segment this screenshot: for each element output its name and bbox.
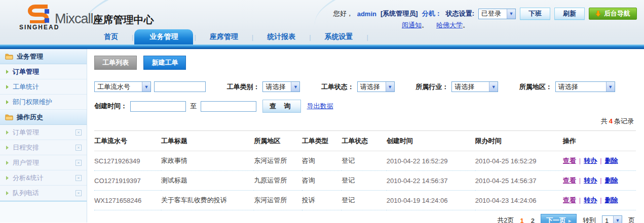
- status-select[interactable]: 已登录 ▼: [478, 9, 516, 19]
- status-select-value: 已登录: [479, 9, 507, 18]
- created-from-input[interactable]: [130, 101, 186, 112]
- delete-link[interactable]: 删除: [605, 196, 618, 204]
- table-header-cell: 工单状态: [342, 131, 387, 151]
- created-time-label: 创建时间：: [94, 102, 127, 111]
- cell-worksheet-id: WX1271658246: [94, 191, 161, 210]
- user-role: [系统管理员]: [381, 9, 418, 18]
- action-separator: |: [576, 176, 584, 184]
- goto-label: 转到: [583, 216, 596, 223]
- view-link[interactable]: 查看: [563, 157, 576, 164]
- cell-created-time: 2010-04-19 14:24:06: [387, 191, 475, 210]
- school-punct: 。: [463, 21, 469, 29]
- goto-page-select[interactable]: 1 ▼: [602, 215, 622, 223]
- next-page-button[interactable]: 下一页 ▸: [541, 214, 577, 223]
- sidebar-item[interactable]: 订单管理: [0, 64, 87, 79]
- page-title: Mixcall座席管理中心: [55, 11, 154, 27]
- chevron-down-icon: ▼: [142, 82, 150, 92]
- down-arrow-icon: [595, 11, 601, 17]
- type-filter-label: 工单类别：: [226, 82, 259, 92]
- transfer-link[interactable]: 转办: [584, 157, 597, 164]
- backend-nav-button[interactable]: 后台导航: [589, 8, 637, 20]
- folder-icon: [5, 114, 13, 120]
- nav-tabs: 首页|业务管理|座席管理|统计报表|系统设置|: [90, 30, 644, 44]
- cell-actions: 查看|转办|删除: [563, 191, 636, 210]
- close-icon[interactable]: ×: [75, 129, 82, 136]
- view-link[interactable]: 查看: [563, 196, 576, 204]
- sidebar-item[interactable]: 分析&统计×: [0, 170, 87, 186]
- table-header-cell: 限办时间: [475, 131, 563, 151]
- cell-worksheet-id: CO1271919397: [94, 171, 161, 191]
- school-link[interactable]: 哈佛大学: [436, 21, 463, 29]
- nav-tab[interactable]: 系统设置: [311, 30, 367, 44]
- close-icon[interactable]: ×: [75, 190, 82, 196]
- cell-worksheet-id: SC1271926349: [94, 151, 161, 171]
- status-filter-value: 请选择: [358, 82, 386, 92]
- chevron-down-icon: ▼: [489, 82, 498, 92]
- sidebar-item[interactable]: 日程安排×: [0, 140, 87, 155]
- cell-type: 咨询: [302, 171, 342, 191]
- sidebar: 业务管理订单管理工单统计部门权限维护操作历史订单管理×日程安排×用户管理×分析&…: [0, 49, 87, 222]
- notice-link[interactable]: 阅通知: [402, 21, 422, 29]
- cell-region: 东河运管所: [254, 151, 302, 171]
- sidebar-item[interactable]: 工单统计: [0, 79, 87, 95]
- status-filter-select[interactable]: 请选择 ▼: [357, 81, 395, 92]
- sidebar-item[interactable]: 部门权限维护: [0, 95, 87, 110]
- close-icon[interactable]: ×: [75, 145, 82, 151]
- app-header: SINGHEAD Mixcall座席管理中心 您好， admin [系统管理员]…: [0, 0, 644, 30]
- refresh-button[interactable]: 刷新: [554, 8, 585, 20]
- worksheet-list-tab-button[interactable]: 工单列表: [94, 56, 137, 70]
- cell-actions: 查看|转办|删除: [563, 151, 636, 171]
- nav-tab[interactable]: 业务管理: [134, 29, 193, 44]
- page-suffix-label: 页: [628, 216, 635, 223]
- industry-filter-select[interactable]: 请选择 ▼: [451, 81, 498, 92]
- cell-status: 登记: [342, 151, 387, 171]
- type-filter-select[interactable]: 请选择 ▼: [262, 81, 300, 92]
- main-navbar: 首页|业务管理|座席管理|统计报表|系统设置|: [0, 30, 644, 44]
- chevron-down-icon: ▼: [386, 82, 394, 92]
- sidebar-item[interactable]: 用户管理×: [0, 155, 87, 170]
- cell-created-time: 2010-04-22 14:56:37: [387, 171, 475, 191]
- search-button[interactable]: 查 询: [262, 100, 301, 113]
- nav-tab[interactable]: 座席管理: [196, 30, 252, 44]
- table-header-row: 工单流水号工单标题所属地区工单类型工单状态创建时间限办时间操作: [94, 131, 636, 151]
- greeting-text: 您好，: [333, 9, 353, 18]
- transfer-link[interactable]: 转办: [584, 176, 597, 184]
- search-keyword-input[interactable]: [154, 81, 206, 92]
- arrow-bullet-icon: [6, 176, 9, 180]
- page-number[interactable]: 2: [531, 217, 535, 223]
- table-row: SC1271926349家政事情东河运管所咨询登记2010-04-22 16:5…: [94, 151, 636, 171]
- sidebar-item[interactable]: 订单管理×: [0, 125, 87, 140]
- transfer-link[interactable]: 转办: [584, 196, 597, 204]
- singhead-s-icon: [25, 3, 53, 23]
- delete-link[interactable]: 删除: [605, 176, 618, 184]
- close-icon[interactable]: ×: [75, 160, 82, 166]
- main-panel: 工单列表 新建工单 工单流水号 ▼ 工单类别： 请选择 ▼ 工单状态： 请选择 …: [87, 49, 644, 222]
- close-icon[interactable]: ×: [75, 175, 82, 181]
- nav-tab[interactable]: 首页: [90, 30, 132, 44]
- filter-row-2: 创建时间： 至 查 询 导出数据: [94, 100, 636, 113]
- new-worksheet-button[interactable]: 新建工单: [143, 56, 186, 70]
- region-filter-select[interactable]: 请选择 ▼: [555, 81, 615, 92]
- sidebar-item-label: 日程安排: [13, 143, 39, 152]
- nav-tab[interactable]: 统计报表: [253, 30, 309, 44]
- arrow-bullet-icon: [6, 100, 9, 104]
- app-title-en: Mixcall: [55, 11, 93, 26]
- arrow-bullet-icon: [6, 161, 9, 165]
- export-data-link[interactable]: 导出数据: [307, 102, 333, 111]
- page-number[interactable]: 1: [520, 217, 524, 223]
- sidebar-item[interactable]: 队列电话×: [0, 186, 87, 201]
- cell-type: 咨询: [302, 151, 342, 171]
- chevron-down-icon: ▼: [291, 82, 299, 92]
- cell-deadline-time: 2010-04-25 16:52:29: [475, 151, 563, 171]
- view-link[interactable]: 查看: [563, 176, 576, 184]
- user-info-bar: 您好， admin [系统管理员] 分机： 状态设置: 已登录 ▼ 下班 刷新 …: [333, 8, 637, 20]
- records-summary: 共4条记录: [94, 117, 636, 126]
- table-header-cell: 工单标题: [161, 131, 254, 151]
- backend-nav-label: 后台导航: [604, 9, 630, 18]
- page-numbers: 12: [520, 217, 535, 223]
- search-field-select[interactable]: 工单流水号 ▼: [94, 81, 151, 92]
- sidebar-item-label: 部门权限维护: [13, 98, 52, 107]
- off-duty-button[interactable]: 下班: [520, 8, 550, 20]
- delete-link[interactable]: 删除: [605, 157, 618, 164]
- created-to-input[interactable]: [201, 101, 256, 112]
